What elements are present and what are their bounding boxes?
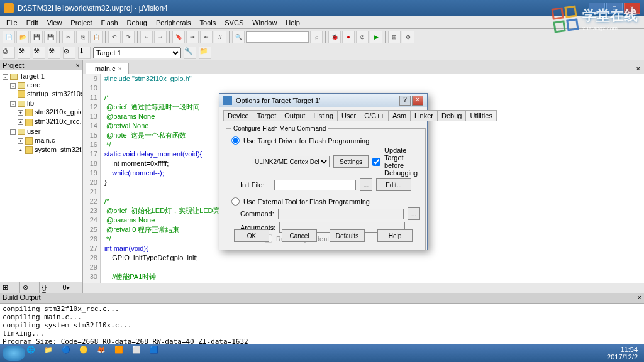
dialog-tab-debug[interactable]: Debug (437, 110, 466, 121)
tab-close-icon[interactable]: × (118, 65, 121, 72)
use-external-tool-radio[interactable] (231, 197, 240, 206)
run-icon[interactable]: ▶ (370, 31, 382, 43)
taskbar-pot-icon[interactable]: 🟡 (79, 346, 94, 361)
menu-peripherals[interactable]: Peripherals (152, 18, 195, 28)
panel-close-icon[interactable]: × (638, 293, 641, 303)
dialog-tab-device[interactable]: Device (223, 110, 253, 121)
update-target-checkbox[interactable] (372, 158, 380, 166)
build-icon[interactable]: ⚒ (18, 47, 30, 59)
debug-icon[interactable]: 🐞 (328, 31, 341, 43)
driver-select[interactable]: ULINK2/ME Cortex Debugger (252, 156, 330, 167)
download-icon[interactable]: ⬇ (78, 47, 91, 59)
menu-project[interactable]: Project (67, 18, 96, 28)
new-icon[interactable]: 📄 (3, 31, 15, 43)
editor-tab[interactable]: main.c× (86, 63, 129, 74)
nav-fwd-icon[interactable]: → (154, 31, 167, 43)
paste-icon[interactable]: 📋 (90, 31, 103, 43)
windows-taskbar[interactable]: 🌐 📁 🔵 🟡 🦊 🟧 ⬜ 🟦 11:542017/12/2 (0, 344, 644, 362)
bookmark-icon[interactable]: 🔖 (172, 31, 185, 43)
dialog-tab-linker[interactable]: Linker (410, 110, 438, 121)
menu-window[interactable]: Window (248, 18, 280, 28)
defaults-button[interactable]: Defaults (330, 229, 365, 242)
dialog-tab-c/c++[interactable]: C/C++ (360, 110, 389, 121)
undo-icon[interactable]: ↶ (108, 31, 121, 43)
outdent-icon[interactable]: ⇤ (200, 31, 213, 43)
nav-back-icon[interactable]: ← (140, 31, 153, 43)
browse-button[interactable]: ... (360, 178, 372, 191)
build-output-text[interactable]: compiling stm32f10x_rcc.c... compiling m… (0, 304, 644, 347)
save-icon[interactable]: 💾 (30, 31, 43, 43)
saveall-icon[interactable]: 💾 (44, 31, 57, 43)
menu-help[interactable]: Help (282, 18, 304, 28)
tree-file[interactable]: +main.c (1, 136, 81, 145)
taskbar-app2-icon[interactable]: ⬜ (132, 346, 147, 361)
close-button[interactable]: × (624, 3, 640, 14)
maximize-button[interactable]: □ (606, 3, 623, 14)
taskbar-uvision-icon[interactable]: 🟧 (114, 346, 130, 361)
find-combo[interactable] (246, 31, 309, 43)
dialog-tab-output[interactable]: Output (280, 110, 309, 121)
help-button[interactable]: Help (377, 229, 413, 242)
tree-group-lib[interactable]: -lib (1, 99, 81, 107)
menu-debug[interactable]: Debug (123, 18, 151, 28)
open-icon[interactable]: 📂 (16, 31, 29, 43)
project-tab[interactable]: ⊗ B... (20, 282, 39, 293)
window-icon[interactable]: ⊞ (388, 31, 401, 43)
edit-button[interactable]: Edit... (376, 178, 411, 191)
menu-view[interactable]: View (43, 18, 66, 28)
tree-group-user[interactable]: -user (1, 127, 81, 136)
taskbar-chrome-icon[interactable]: 🔵 (62, 346, 77, 361)
dialog-tab-target[interactable]: Target (253, 110, 281, 121)
settings-button[interactable]: Settings (333, 155, 369, 168)
menu-edit[interactable]: Edit (23, 18, 42, 28)
dialog-tab-user[interactable]: User (337, 110, 360, 121)
use-target-driver-radio[interactable] (231, 136, 240, 145)
taskbar-ie-icon[interactable]: 🌐 (26, 346, 42, 361)
menu-tools[interactable]: Tools (196, 18, 220, 28)
tree-group-core[interactable]: -core (1, 80, 81, 89)
rebuild-icon[interactable]: ⚒ (33, 47, 45, 59)
menu-svcs[interactable]: SVCS (221, 18, 247, 28)
dialog-tab-asm[interactable]: Asm (388, 110, 411, 121)
tree-file[interactable]: startup_stm32f10x_r (1, 89, 81, 99)
breakpoint-icon[interactable]: ● (342, 31, 355, 43)
indent-icon[interactable]: ⇥ (186, 31, 199, 43)
cut-icon[interactable]: ✂ (62, 31, 75, 43)
copy-icon[interactable]: ⎘ (76, 31, 89, 43)
system-tray[interactable]: 11:542017/12/2 (607, 346, 641, 361)
menu-file[interactable]: File (3, 18, 21, 28)
tree-target[interactable]: -Target 1 (1, 72, 81, 80)
find-next-icon[interactable]: ⌕ (310, 31, 323, 43)
dialog-tab-utilities[interactable]: Utilities (465, 110, 496, 121)
stopbuild-icon[interactable]: ⊘ (63, 47, 75, 59)
comment-icon[interactable]: // (214, 31, 226, 43)
dialog-close-button[interactable]: × (412, 96, 423, 106)
dialog-help-button[interactable]: ? (399, 96, 411, 106)
project-tree[interactable]: -Target 1-corestartup_stm32f10x_r-lib+st… (0, 70, 82, 282)
project-tab[interactable]: {} Fu... (40, 282, 60, 293)
panel-close-icon[interactable]: × (76, 62, 80, 69)
batchbuild-icon[interactable]: ⚒ (48, 47, 60, 59)
kill-bp-icon[interactable]: ⊘ (356, 31, 369, 43)
tree-file[interactable]: +stm32f10x_rcc.c (1, 117, 81, 126)
start-button[interactable] (3, 346, 25, 361)
tree-file[interactable]: +system_stm32f10x.c (1, 145, 81, 155)
taskbar-app3-icon[interactable]: 🟦 (150, 346, 165, 361)
project-tab[interactable]: ⊞ Pr... (0, 282, 20, 293)
find-icon[interactable]: 🔍 (232, 31, 245, 43)
taskbar-firefox-icon[interactable]: 🦊 (97, 346, 112, 361)
options-icon[interactable]: 🔧 (184, 47, 196, 59)
minimize-button[interactable]: _ (589, 3, 605, 14)
taskbar-explorer-icon[interactable]: 📁 (44, 346, 59, 361)
menu-flash[interactable]: Flash (97, 18, 122, 28)
redo-icon[interactable]: ↷ (122, 31, 135, 43)
target-select[interactable]: Target 1 (93, 47, 181, 58)
dialog-tab-listing[interactable]: Listing (309, 110, 338, 121)
horizontal-scrollbar[interactable] (83, 283, 644, 293)
translate-icon[interactable]: ⎙ (3, 47, 15, 59)
editor-close-icon[interactable]: × (633, 63, 644, 74)
tree-file[interactable]: +stm32f10x_gpio.c (1, 107, 81, 117)
config-icon[interactable]: ⚙ (402, 31, 414, 43)
project-tab[interactable]: 0▸ Te... (60, 282, 82, 293)
cancel-button[interactable]: Cancel (282, 229, 317, 242)
